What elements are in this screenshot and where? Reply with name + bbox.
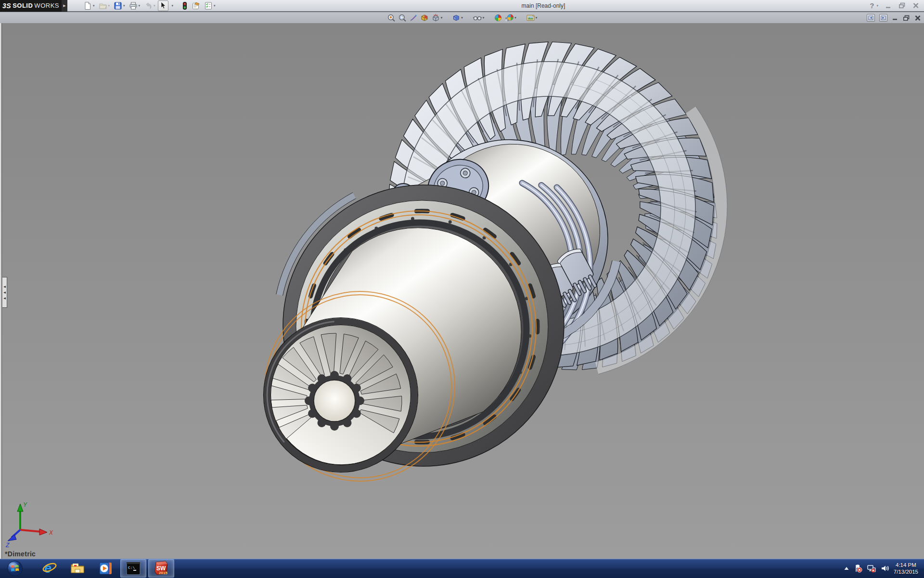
svg-text:Y: Y (23, 501, 27, 508)
open-button[interactable]: ▾ (97, 0, 112, 11)
triad-x-axis: X (20, 529, 53, 536)
hide-show-items-button[interactable]: ▾ (472, 13, 485, 23)
pane-right-icon (881, 15, 886, 20)
svg-text:2015: 2015 (159, 571, 167, 575)
previous-view-icon (409, 13, 418, 22)
clock-date: 7/13/2015 (894, 568, 918, 575)
save-button[interactable]: ▾ (112, 0, 127, 11)
standard-toolbar: ▾ ▾ ▾ ▾ ▾ ▾ ▾ (82, 0, 217, 11)
triad-z-axis: Z (5, 530, 20, 549)
zoom-to-area-button[interactable] (398, 13, 407, 23)
close-button[interactable] (912, 2, 919, 9)
minimize-button[interactable] (885, 3, 892, 9)
select-cursor-icon (159, 1, 167, 10)
print-icon (129, 1, 138, 10)
title-bar: 3SSOLIDWORKS ▶ ▾ ▾ ▾ ▾ ▾ ▾ (0, 0, 924, 12)
windows-start-icon (7, 560, 23, 577)
help-dropdown[interactable]: ▾ (876, 4, 878, 8)
view-orientation-button[interactable]: ▾ (431, 13, 443, 23)
section-view-button[interactable] (420, 13, 429, 23)
undo-button[interactable]: ▾ (142, 0, 157, 11)
heads-up-toolbar-row: ▾ ▾ ▾ ▾ ▾ (0, 12, 924, 23)
help-button[interactable]: ? (870, 1, 874, 10)
volume-icon[interactable] (881, 564, 889, 573)
taskbar-file-explorer[interactable] (64, 559, 90, 578)
view-settings-button[interactable]: ▾ (526, 13, 538, 23)
new-document-icon (83, 1, 92, 10)
start-button[interactable] (2, 559, 28, 578)
internet-explorer-icon: e (42, 561, 57, 576)
restore-button[interactable] (898, 2, 906, 9)
window-title: main [Read-only] (217, 2, 870, 9)
document-window-controls (867, 12, 921, 24)
pane-next-button[interactable] (879, 14, 887, 22)
open-folder-icon (99, 1, 107, 10)
display-style-icon (452, 13, 461, 22)
apply-scene-icon (505, 13, 514, 22)
checklist-icon (204, 1, 213, 10)
doc-restore-button[interactable] (903, 15, 910, 21)
view-orientation-label: *Dimetric (5, 550, 36, 558)
new-document-button[interactable]: ▾ (82, 0, 96, 11)
heads-up-toolbar: ▾ ▾ ▾ ▾ ▾ (386, 13, 538, 23)
zoom-to-area-icon (398, 13, 407, 22)
solidworks-window: 3SSOLIDWORKS ▶ ▾ ▾ ▾ ▾ ▾ ▾ (0, 0, 924, 578)
svg-text:Z: Z (5, 542, 10, 549)
apply-scene-button[interactable]: ▾ (504, 13, 517, 23)
display-style-button[interactable]: ▾ (451, 13, 463, 23)
appearance-ball-icon (494, 13, 502, 22)
media-player-icon (98, 561, 113, 576)
zoom-to-fit-icon (387, 13, 396, 22)
taskbar-solidworks[interactable]: SW 2015 (148, 559, 174, 578)
select-button[interactable] (158, 0, 168, 11)
solidworks-2015-icon: SW 2015 (153, 560, 169, 577)
taskbar-internet-explorer[interactable]: e (37, 559, 63, 578)
graphics-area[interactable]: ◀◀◀ Y X Z *Dimetric (0, 23, 924, 559)
stoplight-icon (182, 1, 188, 10)
taskbar-command-prompt[interactable]: C:\ (120, 559, 146, 578)
print-button[interactable]: ▾ (128, 0, 142, 11)
select-dropdown[interactable]: ▾ (169, 0, 175, 11)
previous-view-button[interactable] (409, 13, 418, 23)
view-settings-icon (526, 13, 535, 22)
solidworks-logo: 3SSOLIDWORKS (0, 0, 62, 12)
note-icon (192, 1, 200, 10)
reference-triad: Y X Z (2, 500, 60, 550)
brand-mark: 3S (2, 2, 11, 10)
feature-manager-expand-tab[interactable]: ◀◀◀ (2, 277, 7, 308)
zoom-to-fit-button[interactable] (386, 13, 396, 23)
stoplight-button[interactable] (180, 0, 189, 11)
doc-minimize-button[interactable] (892, 15, 898, 21)
note-button[interactable] (190, 0, 202, 11)
svg-text:X: X (49, 529, 53, 536)
save-floppy-icon (114, 1, 122, 10)
doc-close-button[interactable] (914, 15, 921, 21)
windows-taskbar: e C (0, 559, 924, 578)
eyeglasses-icon (473, 13, 482, 22)
triad-y-axis: Y (17, 501, 27, 530)
action-center-icon[interactable] (854, 564, 862, 573)
pane-previous-button[interactable] (867, 14, 875, 22)
system-tray: 4:14 PM 7/13/2015 (844, 562, 924, 575)
taskbar-clock[interactable]: 4:14 PM 7/13/2015 (894, 562, 918, 575)
menu-expand-tab[interactable]: ▶ (62, 0, 67, 12)
window-controls: ? ▾ (870, 1, 919, 10)
show-hidden-icons-button[interactable] (844, 566, 849, 571)
edit-appearance-button[interactable] (493, 13, 503, 23)
file-explorer-icon (70, 561, 85, 576)
network-error-icon[interactable] (867, 564, 876, 573)
pane-left-icon (868, 15, 873, 20)
clock-time: 4:14 PM (894, 562, 918, 568)
taskbar-media-player[interactable] (92, 559, 118, 578)
jet-engine-model[interactable] (0, 23, 924, 559)
feature-manager-collapsed-strip (0, 23, 2, 559)
design-checklist-button[interactable]: ▾ (203, 0, 217, 11)
svg-text:C:\: C:\ (128, 565, 135, 570)
view-orientation-icon (431, 13, 440, 22)
command-prompt-icon: C:\ (126, 561, 141, 576)
undo-arrow-icon (144, 1, 153, 10)
section-view-icon (420, 13, 429, 22)
